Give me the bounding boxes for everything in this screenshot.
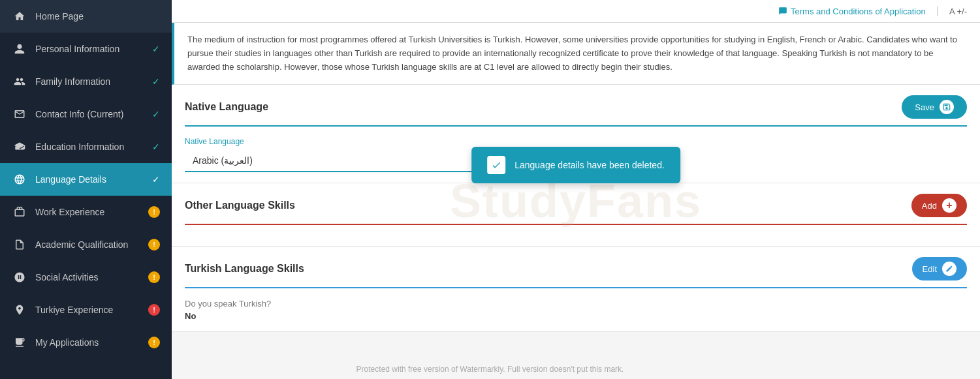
work-icon — [12, 204, 27, 220]
edit-label: Edit — [923, 264, 937, 274]
save-button[interactable]: Save — [902, 95, 967, 119]
add-button[interactable]: Add + — [911, 194, 967, 217]
sidebar-item-label: Education Information — [35, 142, 124, 152]
family-icon — [12, 74, 27, 89]
size-control[interactable]: A +/- — [949, 7, 967, 16]
sidebar-item-contact-info[interactable]: Contact Info (Current) ✓ — [0, 98, 172, 130]
turkish-info: Do you speak Turkish? No — [185, 288, 967, 331]
turkish-skills-header: Turkish Language Skills Edit — [185, 247, 967, 288]
academic-icon — [12, 237, 27, 252]
save-label: Save — [915, 102, 934, 112]
info-text: The medium of instruction for most progr… — [187, 33, 967, 74]
turkish-skills-section: Turkish Language Skills Edit Do you spea… — [172, 247, 980, 332]
add-label: Add — [922, 201, 937, 211]
education-icon — [12, 139, 27, 155]
edit-icon — [942, 262, 956, 276]
sidebar-item-label: Academic Qualification — [35, 239, 128, 250]
sidebar-item-family-information[interactable]: Family Information ✓ — [0, 65, 172, 98]
sidebar-item-label: Personal Information — [35, 44, 119, 54]
toast-message: Language details have been deleted. — [514, 160, 665, 170]
check-icon: ✓ — [152, 174, 160, 185]
warning-badge: ! — [148, 271, 160, 283]
save-icon — [940, 100, 954, 114]
sidebar-item-label: Turkiye Experience — [35, 305, 113, 315]
other-language-content — [185, 225, 967, 246]
topbar: Terms and Conditions of Application | A … — [172, 0, 980, 23]
watermark: Protected with free version of Watermark… — [356, 365, 624, 374]
warning-badge: ! — [148, 337, 160, 348]
turkish-answer: No — [185, 311, 967, 321]
sidebar: Home Page Personal Information ✓ Family … — [0, 0, 172, 379]
person-icon — [12, 41, 27, 57]
sidebar-item-language-details[interactable]: Language Details ✓ — [0, 163, 172, 196]
sidebar-item-education-information[interactable]: Education Information ✓ — [0, 130, 172, 163]
language-icon — [12, 172, 27, 187]
info-box: The medium of instruction for most progr… — [172, 23, 980, 85]
terms-link[interactable]: Terms and Conditions of Application — [778, 7, 926, 16]
sidebar-item-label: My Applications — [35, 337, 99, 348]
toast-check-icon — [487, 156, 505, 174]
check-icon: ✓ — [152, 142, 160, 152]
sidebar-item-label: Language Details — [35, 174, 106, 185]
warning-badge-red: ! — [148, 304, 160, 316]
edit-button[interactable]: Edit — [912, 257, 967, 280]
add-icon: + — [942, 198, 956, 213]
other-language-title: Other Language Skills — [185, 200, 295, 211]
warning-badge: ! — [148, 239, 160, 250]
toast-notification: Language details have been deleted. — [471, 147, 680, 183]
native-language-title: Native Language — [185, 101, 268, 113]
contact-icon — [12, 106, 27, 122]
home-icon — [12, 8, 27, 24]
social-icon — [12, 269, 27, 285]
sidebar-item-label: Home Page — [35, 11, 84, 22]
turkish-skills-title: Turkish Language Skills — [185, 263, 304, 275]
terms-text: Terms and Conditions of Application — [791, 7, 926, 16]
sidebar-item-label: Contact Info (Current) — [35, 109, 123, 119]
divider: | — [936, 5, 939, 17]
sidebar-item-my-applications[interactable]: My Applications ! — [0, 326, 172, 359]
other-language-header: Other Language Skills Add + — [185, 183, 967, 225]
applications-icon — [12, 335, 27, 350]
watermark-text: Protected with free version of Watermark… — [356, 365, 624, 374]
turkiye-icon — [12, 302, 27, 318]
sidebar-item-label: Work Experience — [35, 207, 104, 217]
sidebar-item-label: Family Information — [35, 76, 110, 87]
native-language-header: Native Language Save — [185, 85, 967, 127]
check-icon: ✓ — [152, 76, 160, 87]
turkish-question: Do you speak Turkish? — [185, 299, 967, 309]
sidebar-item-home-page[interactable]: Home Page — [0, 0, 172, 33]
sidebar-item-academic-qualification[interactable]: Academic Qualification ! — [0, 228, 172, 261]
check-icon: ✓ — [152, 109, 160, 119]
check-icon: ✓ — [152, 44, 160, 54]
sidebar-item-label: Social Activities — [35, 272, 98, 282]
sidebar-item-turkiye-experience[interactable]: Turkiye Experience ! — [0, 294, 172, 326]
sidebar-item-work-experience[interactable]: Work Experience ! — [0, 196, 172, 228]
sidebar-item-social-activities[interactable]: Social Activities ! — [0, 261, 172, 294]
main-content: Terms and Conditions of Application | A … — [172, 0, 980, 379]
warning-badge: ! — [148, 206, 160, 218]
field-label: Native Language — [185, 137, 967, 146]
other-language-section: Other Language Skills Add + — [172, 183, 980, 247]
sidebar-item-personal-information[interactable]: Personal Information ✓ — [0, 33, 172, 65]
